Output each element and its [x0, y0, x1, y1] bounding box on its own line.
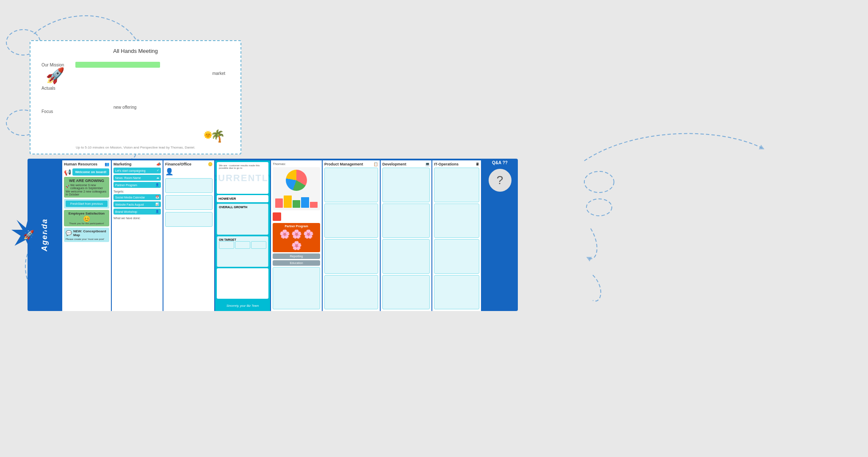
sun-icon: 🌞	[203, 130, 213, 140]
currently-top-text: We are - customer results made this poss…	[219, 164, 266, 169]
finance-person-icon: 👤	[165, 168, 174, 176]
development-header: Development 💻	[382, 162, 430, 166]
slide-footer: Up to 5-10 minutes on Mission, Vision an…	[37, 146, 234, 149]
megaphone-icon: 📢	[64, 169, 71, 176]
hr-growing-title: WE ARE GROWING	[66, 179, 108, 183]
it-card-2	[434, 239, 479, 274]
reporting-card: Reporting	[273, 253, 320, 259]
flower-3: 🌸	[291, 240, 302, 251]
hr-welcome-row: 📢 Welcome on board!	[64, 168, 109, 176]
hr-card-satisfaction: Employee Satisfaction 😊 Thank you for th…	[64, 210, 109, 226]
person2-icon: 👤	[155, 210, 159, 213]
currently-top-card: We are - customer results made this poss…	[217, 162, 268, 194]
thomas-red-square	[273, 212, 281, 221]
bar-0	[275, 198, 283, 208]
main-board: Agenda Human Resources 👥 📢 Welcome on bo…	[28, 159, 853, 311]
it-card-0	[434, 168, 479, 202]
bar-chart	[274, 192, 318, 209]
flower-2: 🌸	[303, 229, 314, 239]
satisfaction-title: Employee Satisfaction	[66, 212, 108, 215]
col-product: Product Management 📋	[323, 159, 380, 311]
mkt-btn-1[interactable]: News: Room Name ☁	[113, 175, 161, 181]
sub-card-1	[235, 241, 250, 249]
col-finance: Finance/Office 🪙 👤	[163, 159, 214, 311]
conceptboard-header-row: 💬 NEW: Conceptboard Map	[66, 229, 108, 237]
sub-card-2	[251, 241, 266, 249]
product-header: Product Management 📋	[324, 162, 378, 166]
marketing-icon: 📣	[156, 162, 161, 166]
mkt-btn-0[interactable]: Let's start campaigning ✓	[113, 168, 161, 173]
marketing-title: Marketing	[113, 162, 132, 166]
slide-new-offering-label: new offering	[113, 105, 136, 110]
dev-card-1	[382, 204, 430, 238]
product-icon: 📋	[373, 162, 378, 166]
it-card-3	[434, 275, 479, 310]
hr-card-sticker: FreshStart from previous	[64, 199, 109, 209]
product-card-0	[324, 168, 378, 202]
col-hr: Human Resources 👥 📢 Welcome on board! WE…	[62, 159, 111, 311]
finance-card-1	[165, 195, 213, 210]
it-title: IT-Operations	[434, 162, 459, 166]
mkt-btn-2[interactable]: Partner Program 👤	[113, 182, 161, 188]
partner-program-card: Partner Program 🌸 🌸 🌸 🌸	[273, 223, 320, 252]
it-header: IT-Operations 🖥	[434, 162, 479, 166]
slide-market-label: market	[212, 71, 225, 76]
thomas-chart-card	[273, 167, 320, 210]
pie-chart	[286, 170, 307, 191]
hr-card-welcome: Welcome on board!	[72, 168, 109, 176]
col-thomas: Thomas: Partner Program 🌸 🌸 🌸 🌸 Repor	[271, 159, 322, 311]
currently-ontarget-card: ON TARGET	[217, 236, 268, 267]
hr-growing-rocket: 🚀 We welcome 9 new colleagues in Septemb…	[66, 184, 108, 190]
product-card-1	[324, 204, 378, 238]
currently-however-card: HOWEVER	[217, 195, 268, 202]
svg-text:🚀: 🚀	[23, 229, 34, 240]
sub-card-0	[219, 241, 234, 249]
cloud-icon: ☁	[156, 176, 159, 179]
island-icon: 🌴	[210, 129, 225, 143]
hr-title: Human Resources	[64, 162, 97, 166]
development-title: Development	[382, 162, 406, 166]
mkt-btn-3[interactable]: Social Media Calendar 📅	[113, 194, 161, 200]
mkt-btn-4[interactable]: Website Facts August 📊	[113, 201, 161, 207]
hr-header: Human Resources 👥	[64, 162, 109, 166]
mkt-done-label: What we have done:	[113, 217, 161, 220]
col-it: IT-Operations 🖥	[432, 159, 481, 311]
chat-icon: 💬	[66, 230, 72, 236]
mkt-targets-label: Targets:	[113, 190, 161, 193]
hr-growing-line2: We welcome 2 new colleagues in October	[66, 190, 108, 196]
finance-top-icon-row: 👤	[165, 168, 213, 176]
currently-watermark: CURRENTLY	[215, 173, 270, 184]
currently-bottom-card	[217, 268, 268, 299]
thomas-header: Thomas:	[273, 162, 320, 166]
conceptboard-sub: Please create your 'must see post'	[66, 238, 108, 240]
thomas-bottom-card	[273, 267, 320, 309]
hr-icon: 👥	[105, 162, 109, 166]
slide-actuals-label: Actuals	[41, 86, 55, 91]
slide-focus-label: Focus	[41, 109, 53, 114]
slide-mission-label: Our Mission	[41, 63, 64, 67]
conceptboard-title: NEW: Conceptboard Map	[73, 229, 108, 237]
person-icon: 👤	[155, 183, 159, 187]
col-qa: Q&A ?? ?	[482, 159, 518, 311]
education-label: Education	[290, 262, 303, 264]
it-card-1	[434, 204, 479, 238]
finance-title: Finance/Office	[165, 162, 191, 166]
on-target-label: ON TARGET	[219, 238, 266, 241]
mkt-btn-5[interactable]: Brand Workshop 👤	[113, 209, 161, 215]
on-target-sub-cards	[219, 241, 266, 249]
education-card: Education	[273, 260, 320, 266]
it-icon: 🖥	[475, 162, 479, 166]
presentation-slide: All Hands Meeting 🚀 Our Mission market A…	[30, 40, 241, 154]
starburst-shape: 🚀	[11, 216, 47, 252]
slide-title: All Hands Meeting	[37, 48, 234, 54]
dev-card-2	[382, 239, 430, 274]
currently-footer: Sincerely, your Biz Team	[217, 300, 268, 309]
bar-3	[301, 197, 309, 208]
product-card-3	[324, 275, 378, 310]
satisfaction-emoji: 😊	[66, 215, 108, 222]
product-card-2	[324, 239, 378, 274]
sticker-inner: FreshStart from previous	[66, 201, 108, 207]
finance-card-0	[165, 178, 213, 193]
rocket-small-icon: 🚀	[66, 185, 69, 188]
currently-footer-label: Sincerely, your Biz Team	[227, 304, 259, 307]
